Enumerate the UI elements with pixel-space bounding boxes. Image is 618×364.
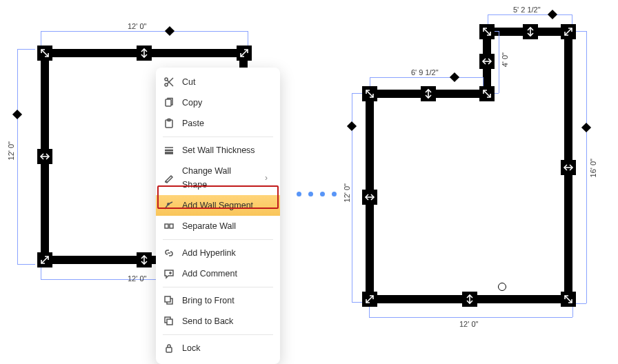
dim-handle[interactable]	[548, 10, 557, 19]
svg-line-41	[565, 296, 572, 303]
dim-guide	[370, 77, 483, 78]
resize-handle[interactable]	[561, 24, 576, 39]
dim-guide	[586, 31, 587, 303]
menu-label: Add Hyperlink	[182, 246, 272, 260]
svg-rect-21	[170, 224, 173, 228]
dim-label-top: 12' 0"	[128, 22, 146, 30]
resize-handle[interactable]	[462, 292, 477, 307]
svg-line-0	[41, 50, 48, 57]
svg-point-19	[168, 203, 169, 205]
resize-handle[interactable]	[479, 24, 495, 39]
resize-handle[interactable]	[561, 292, 576, 307]
svg-rect-28	[167, 319, 172, 325]
menu-item-set-thickness[interactable]: Set Wall Thickness	[156, 140, 280, 161]
menu-item-add-hyperlink[interactable]: Add Hyperlink	[156, 243, 280, 263]
resize-handle-bottom[interactable]	[137, 252, 152, 267]
link-icon	[163, 247, 175, 259]
menu-item-paste[interactable]: Paste	[156, 113, 280, 134]
menu-separator	[163, 334, 273, 335]
add-segment-icon	[163, 199, 175, 212]
dim-handle[interactable]	[12, 110, 22, 119]
dim-label-left: 12' 0"	[343, 183, 351, 202]
dim-guide	[369, 317, 572, 318]
menu-item-copy[interactable]: Copy	[156, 92, 280, 113]
resize-handle[interactable]	[362, 190, 377, 205]
dim-label-top-right: 5' 2 1/2"	[513, 6, 541, 14]
svg-line-36	[366, 90, 373, 97]
resize-handle[interactable]	[362, 292, 377, 307]
menu-item-add-segment[interactable]: Add Wall Segment	[156, 195, 280, 216]
context-menu: Cut Copy Paste Set Wall Thickness Change…	[156, 68, 280, 364]
menu-item-add-comment[interactable]: Add Comment	[156, 263, 280, 284]
svg-line-39	[366, 296, 373, 303]
menu-label: Add Wall Segment	[182, 199, 272, 212]
dim-guide	[488, 14, 572, 15]
menu-label: Send to Back	[182, 314, 272, 328]
svg-rect-26	[165, 296, 170, 302]
anchor-point[interactable]	[498, 283, 506, 291]
svg-line-2	[241, 50, 248, 57]
menu-separator	[163, 239, 273, 240]
scissors-icon	[163, 76, 175, 88]
lock-icon	[163, 342, 175, 354]
menu-label: Cut	[182, 75, 272, 89]
resize-handle[interactable]	[479, 86, 495, 101]
svg-rect-12	[166, 99, 171, 106]
menu-item-cut[interactable]: Cut	[156, 72, 280, 92]
resize-handle[interactable]	[421, 86, 436, 101]
resize-handle-left[interactable]	[37, 149, 52, 164]
menu-label: Add Comment	[182, 267, 272, 281]
svg-line-34	[484, 90, 490, 97]
menu-label: Change Wall Shape	[182, 164, 258, 192]
bring-front-icon	[163, 294, 175, 307]
resize-handle[interactable]	[523, 24, 538, 39]
copy-icon	[163, 97, 175, 109]
menu-item-change-shape[interactable]: Change Wall Shape ›	[156, 161, 280, 195]
dim-handle[interactable]	[165, 26, 175, 36]
resize-handle-bottom-left[interactable]	[37, 252, 52, 267]
resize-handle[interactable]	[362, 86, 377, 101]
dim-guide	[41, 265, 41, 279]
dim-label-bottom: 12' 0"	[128, 274, 146, 283]
svg-rect-20	[165, 224, 168, 228]
menu-item-lock[interactable]: Lock	[156, 338, 280, 358]
dim-guide	[41, 31, 248, 32]
resize-handle-top[interactable]	[137, 46, 152, 61]
resize-handle[interactable]	[479, 54, 495, 69]
menu-label: Set Wall Thickness	[182, 143, 272, 157]
dim-guide	[499, 31, 499, 93]
dim-handle[interactable]	[347, 121, 357, 131]
dim-guide	[17, 49, 35, 50]
menu-label: Bring to Front	[182, 294, 272, 307]
transition-dots	[297, 192, 337, 196]
thickness-icon	[163, 144, 175, 156]
menu-label: Paste	[182, 117, 272, 130]
dim-guide	[17, 49, 18, 264]
edit-shape-icon	[163, 172, 175, 184]
comment-icon	[163, 267, 175, 280]
menu-item-send-back[interactable]: Send to Back	[156, 311, 280, 332]
svg-point-8	[165, 78, 168, 81]
menu-separator	[163, 287, 273, 287]
svg-point-9	[165, 83, 168, 86]
dim-label-mid-right: 4' 0"	[501, 52, 509, 67]
paste-icon	[163, 117, 175, 130]
send-back-icon	[163, 315, 175, 327]
dim-label-left: 12' 0"	[7, 141, 15, 160]
chevron-right-icon: ›	[265, 171, 272, 185]
dim-label-bottom: 12' 0"	[459, 320, 478, 328]
menu-item-bring-front[interactable]: Bring to Front	[156, 290, 280, 311]
resize-handle[interactable]	[561, 160, 576, 175]
resize-handle-top-left[interactable]	[37, 46, 52, 61]
svg-line-30	[484, 28, 490, 35]
menu-label: Copy	[182, 96, 272, 110]
dim-handle[interactable]	[450, 72, 459, 82]
separate-wall-icon	[163, 220, 175, 232]
dim-handle[interactable]	[581, 123, 591, 132]
resize-handle-top-right[interactable]	[237, 46, 252, 61]
floor-plan-right: 5' 2 1/2" 6' 9 1/2" 4' 0" 12' 0" 16' 0" …	[345, 14, 607, 345]
svg-line-32	[565, 28, 572, 35]
svg-line-5	[41, 256, 48, 263]
menu-label: Lock	[182, 341, 272, 355]
menu-item-separate-wall[interactable]: Separate Wall	[156, 216, 280, 236]
